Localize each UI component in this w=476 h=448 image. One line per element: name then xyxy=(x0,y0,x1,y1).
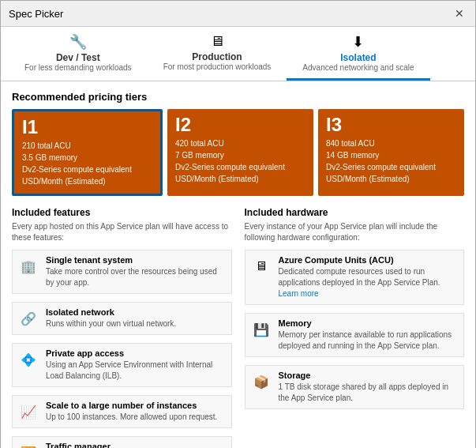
tab-isolated[interactable]: ⬇ Isolated Advanced networking and scale xyxy=(287,27,429,81)
isolated-network-icon: 🔗 xyxy=(17,307,39,329)
storage-desc: 1 TB disk storage shared by all apps dep… xyxy=(279,382,459,404)
private-app-icon: 💠 xyxy=(17,348,39,371)
acu-learn-more-link[interactable]: Learn more xyxy=(279,289,319,298)
dev-test-icon: 🔧 xyxy=(69,33,87,51)
tabs-row: 🔧 Dev / Test For less demanding workload… xyxy=(1,27,475,81)
private-app-name: Private app access xyxy=(46,348,227,358)
production-icon: 🖥 xyxy=(210,33,224,50)
tab-production[interactable]: 🖥 Production For most production workloa… xyxy=(148,27,287,81)
feature-private-app: 💠 Private app access Using an App Servic… xyxy=(12,343,232,387)
isolated-icon: ⬇ xyxy=(352,33,364,51)
tab-dev-test-label: Dev / Test xyxy=(56,52,100,63)
acu-desc: Dedicated compute resources used to run … xyxy=(279,266,459,299)
tab-production-label: Production xyxy=(192,51,242,62)
tier-I1-badge: I1 xyxy=(22,118,152,137)
two-col-section: Included features Every app hosted on th… xyxy=(12,207,464,448)
scale-desc: Up to 100 instances. More allowed upon r… xyxy=(46,412,217,423)
tab-isolated-sublabel: Advanced networking and scale xyxy=(302,63,414,72)
single-tenant-desc: Take more control over the resources bei… xyxy=(46,266,227,288)
scale-icon: 📈 xyxy=(17,401,39,423)
tab-isolated-label: Isolated xyxy=(340,52,376,63)
pricing-section-title: Recommended pricing tiers xyxy=(12,91,464,103)
hardware-storage: 📦 Storage 1 TB disk storage shared by al… xyxy=(245,365,465,409)
feature-traffic-manager: 🔀 Traffic manager Improve performance an… xyxy=(12,436,232,448)
tier-I3[interactable]: I3 840 total ACU 14 GB memory Dv2-Series… xyxy=(318,109,464,196)
content-area: Recommended pricing tiers I1 210 total A… xyxy=(1,81,475,448)
hardware-acu: 🖥 Azure Compute Units (ACU) Dedicated co… xyxy=(245,250,465,305)
memory-desc: Memory per instance available to run app… xyxy=(279,329,459,352)
close-button[interactable]: ✕ xyxy=(452,6,467,21)
features-col: Included features Every app hosted on th… xyxy=(12,207,232,448)
dialog-title: Spec Picker xyxy=(9,8,63,20)
features-col-title: Included features xyxy=(12,207,232,218)
memory-name: Memory xyxy=(279,318,459,328)
isolated-network-name: Isolated network xyxy=(46,307,176,317)
hardware-col-title: Included hardware xyxy=(245,207,465,218)
isolated-network-desc: Runs within your own virtual network. xyxy=(46,318,176,329)
storage-name: Storage xyxy=(279,371,459,380)
acu-icon: 🖥 xyxy=(250,255,272,277)
tab-dev-test[interactable]: 🔧 Dev / Test For less demanding workload… xyxy=(9,27,148,81)
acu-name: Azure Compute Units (ACU) xyxy=(279,255,459,265)
storage-icon: 📦 xyxy=(250,371,272,393)
pricing-tiers: I1 210 total ACU 3.5 GB memory Dv2-Serie… xyxy=(12,109,464,196)
tier-I3-badge: I3 xyxy=(326,115,456,134)
tier-I1-specs: 210 total ACU 3.5 GB memory Dv2-Series c… xyxy=(22,140,152,187)
memory-icon: 💾 xyxy=(250,318,272,341)
traffic-manager-icon: 🔀 xyxy=(17,442,39,448)
tier-I3-specs: 840 total ACU 14 GB memory Dv2-Series co… xyxy=(326,137,456,185)
tier-I2-badge: I2 xyxy=(175,115,305,134)
feature-isolated-network: 🔗 Isolated network Runs within your own … xyxy=(12,302,232,335)
tab-dev-test-sublabel: For less demanding workloads xyxy=(24,63,132,72)
single-tenant-name: Single tenant system xyxy=(46,255,227,265)
tier-I1[interactable]: I1 210 total ACU 3.5 GB memory Dv2-Serie… xyxy=(12,109,163,196)
single-tenant-icon: 🏢 xyxy=(17,255,39,277)
tab-production-sublabel: For most production workloads xyxy=(163,62,272,71)
hardware-col: Included hardware Every instance of your… xyxy=(245,207,465,448)
spec-picker-dialog: Spec Picker ✕ 🔧 Dev / Test For less dema… xyxy=(0,0,476,448)
feature-single-tenant: 🏢 Single tenant system Take more control… xyxy=(12,250,232,294)
hardware-col-description: Every instance of your App Service plan … xyxy=(245,221,465,243)
private-app-desc: Using an App Service Environment with In… xyxy=(46,360,227,382)
hardware-memory: 💾 Memory Memory per instance available t… xyxy=(245,313,465,357)
feature-scale: 📈 Scale to a large number of instances U… xyxy=(12,395,232,428)
tier-I2-specs: 420 total ACU 7 GB memory Dv2-Series com… xyxy=(175,137,305,185)
tier-I2[interactable]: I2 420 total ACU 7 GB memory Dv2-Series … xyxy=(167,109,313,196)
traffic-manager-name: Traffic manager xyxy=(46,442,227,448)
features-col-description: Every app hosted on this App Service pla… xyxy=(12,221,232,243)
title-bar: Spec Picker ✕ xyxy=(1,1,475,27)
scale-name: Scale to a large number of instances xyxy=(46,401,217,410)
